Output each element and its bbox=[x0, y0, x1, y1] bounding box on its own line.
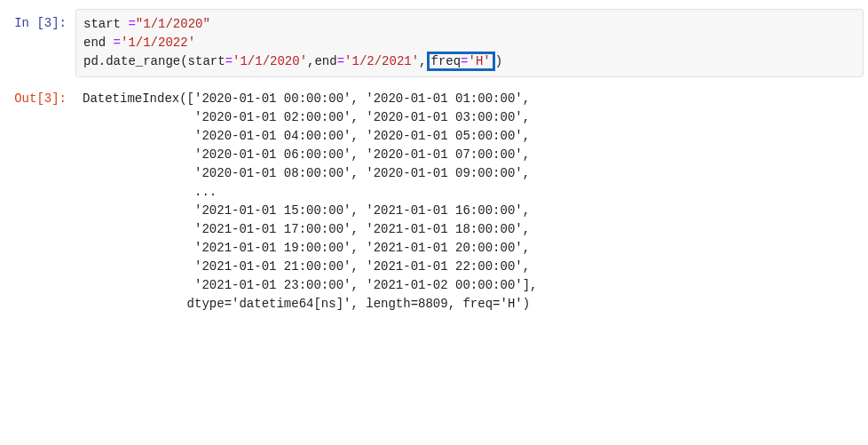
code-op: = bbox=[114, 36, 121, 50]
code-text: ,end bbox=[307, 54, 337, 68]
code-string: 'H' bbox=[469, 54, 491, 68]
output-line: '2020-01-01 02:00:00', '2020-01-01 03:00… bbox=[83, 110, 530, 124]
output-line: '2021-01-01 21:00:00', '2021-01-01 22:00… bbox=[83, 259, 530, 274]
output-line: '2021-01-01 19:00:00', '2021-01-01 20:00… bbox=[83, 241, 530, 255]
code-string: '1/1/2022' bbox=[121, 36, 195, 50]
code-text: end bbox=[83, 36, 114, 50]
code-text: pd.date_range(start bbox=[83, 54, 225, 68]
output-line: '2021-01-01 23:00:00', '2021-01-02 00:00… bbox=[83, 278, 537, 292]
input-cell: In [3]: start ="1/1/2020" end ='1/1/2022… bbox=[4, 9, 864, 77]
code-text: start bbox=[83, 17, 128, 31]
output-line: ... bbox=[83, 185, 217, 199]
code-op: = bbox=[461, 54, 468, 68]
output-line: DatetimeIndex(['2020-01-01 00:00:00', '2… bbox=[83, 91, 530, 106]
code-output: DatetimeIndex(['2020-01-01 00:00:00', '2… bbox=[75, 84, 864, 319]
code-op: = bbox=[337, 54, 344, 68]
code-op: = bbox=[225, 54, 233, 68]
code-op: = bbox=[128, 17, 135, 31]
output-line: '2021-01-01 15:00:00', '2021-01-01 16:00… bbox=[83, 203, 530, 218]
output-line: '2020-01-01 06:00:00', '2020-01-01 07:00… bbox=[83, 147, 530, 162]
output-line: '2020-01-01 04:00:00', '2020-01-01 05:00… bbox=[83, 129, 530, 143]
output-line: '2020-01-01 08:00:00', '2020-01-01 09:00… bbox=[83, 166, 530, 180]
code-string: '1/2/2021' bbox=[344, 54, 419, 68]
code-text: , bbox=[419, 54, 426, 68]
code-string: '1/1/2020' bbox=[233, 54, 307, 68]
highlighted-argument: freq='H' bbox=[427, 52, 495, 71]
output-line: '2021-01-01 17:00:00', '2021-01-01 18:00… bbox=[83, 222, 530, 236]
input-prompt: In [3]: bbox=[4, 9, 75, 33]
output-prompt: Out[3]: bbox=[4, 84, 75, 108]
code-string: "1/1/2020" bbox=[136, 17, 210, 31]
code-text: ) bbox=[495, 54, 502, 68]
output-cell: Out[3]: DatetimeIndex(['2020-01-01 00:00… bbox=[4, 84, 864, 319]
code-text: freq bbox=[431, 54, 462, 68]
code-input[interactable]: start ="1/1/2020" end ='1/1/2022' pd.dat… bbox=[75, 9, 864, 77]
output-line: dtype='datetime64[ns]', length=8809, fre… bbox=[83, 297, 530, 311]
